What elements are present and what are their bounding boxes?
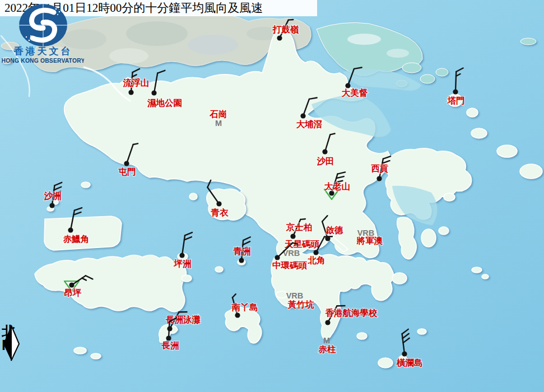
station-label: 石崗: [210, 109, 227, 119]
north-compass: 北 N: [2, 325, 24, 352]
station-dot: [313, 250, 318, 255]
station-dot: [69, 282, 74, 287]
marker-stanley: M: [323, 336, 330, 345]
station-dot: [277, 35, 282, 40]
station-label: 濕地公園: [147, 98, 182, 108]
station-label: 將軍澳: [356, 236, 383, 245]
station-label: 流浮山: [123, 78, 150, 87]
station-label: 天星碼頭: [284, 239, 320, 249]
station-label: 大美督: [342, 88, 368, 97]
station-dot: [329, 190, 334, 195]
station-label: 長洲: [161, 340, 179, 350]
hko-name-zh: 香港天文台: [13, 46, 73, 57]
station-label: 中環碼頭: [272, 260, 308, 270]
station-label: 青衣: [211, 208, 229, 217]
station-dot: [235, 312, 240, 318]
station-label: 大老山: [324, 181, 351, 191]
wind-map: 流浮山濕地公園M石崗打鼓嶺大美督塔門大埔滘沙田西貢大老山屯門沙洲赤鱲角青衣坪洲青…: [0, 0, 544, 392]
station-label: 香港航海學校: [325, 308, 378, 318]
station-label: 西貢: [371, 164, 389, 174]
north-arrow-icon: [2, 325, 21, 362]
station-label: 黃竹坑: [287, 300, 314, 309]
station-dot: [128, 90, 133, 95]
station-label: 大埔滘: [296, 119, 323, 129]
station-label: 啟德: [326, 225, 344, 235]
hko-logo: 香港天文台 HONG KONG OBSERVATORY: [0, 0, 84, 65]
station-label: 沙田: [317, 156, 334, 166]
station-dot: [275, 255, 280, 260]
station-dot: [68, 227, 73, 232]
station-dot: [453, 89, 458, 94]
station-dot: [151, 90, 156, 95]
station-dot: [402, 351, 407, 356]
station-dot: [239, 258, 244, 263]
station-dot: [376, 176, 382, 181]
station-dot: [325, 320, 330, 325]
airport-island: [44, 216, 122, 250]
station-label: 赤鱲角: [63, 234, 90, 244]
wind-barb-stem: [455, 72, 456, 92]
wind-barb-tick: [133, 143, 138, 144]
station-label: 屯門: [118, 167, 136, 176]
station-dot: [290, 234, 295, 239]
hko-name-en: HONG KONG OBSERVATORY: [2, 58, 84, 64]
station-dot: [300, 113, 305, 118]
station-label: 南丫島: [231, 302, 258, 312]
station-dot: [322, 149, 327, 154]
station-label: 打鼓嶺: [272, 25, 299, 34]
station-label: 赤柱: [318, 344, 337, 354]
station-label: 北角: [308, 255, 326, 265]
station-label: 坪洲: [174, 259, 192, 268]
marker-wong-chuk-hang: VRB: [286, 291, 304, 300]
station-label: 沙洲: [44, 191, 62, 200]
station-label: 昂坪: [64, 288, 82, 297]
station-dot: [179, 253, 184, 258]
station-dot: [216, 201, 221, 206]
station-dot: [124, 161, 129, 166]
wind-barb-tick: [289, 20, 293, 20]
station-label: 橫瀾島: [396, 358, 423, 367]
station-dot: [49, 203, 54, 208]
wind-barb-tick: [300, 219, 305, 220]
station-label: 長洲泳灘: [165, 315, 201, 324]
station-label: 青洲: [233, 246, 251, 256]
marker-shek-kong: M: [215, 119, 222, 128]
station-label: 塔門: [447, 96, 465, 105]
station-label: 京士柏: [286, 222, 313, 232]
